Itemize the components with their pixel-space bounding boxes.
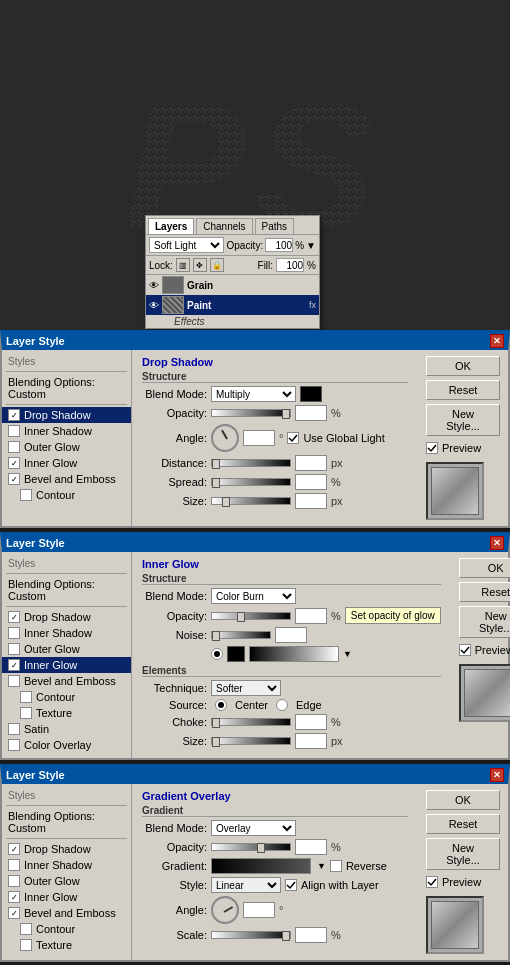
dialog1-spread-input[interactable]: 0 [295,474,327,490]
sidebar2-cb-drop-shadow[interactable] [8,611,20,623]
tab-layers[interactable]: Layers [148,218,194,234]
sidebar1-blending-options[interactable]: Blending Options: Custom [2,374,131,402]
dialog3-scale-slider[interactable] [211,931,291,939]
dialog1-distance-thumb[interactable] [212,459,220,469]
sidebar3-item-bevel-emboss[interactable]: Bevel and Emboss [2,905,131,921]
eye-icon-paint[interactable]: 👁 [149,300,159,311]
dialog2-blend-select[interactable]: Color Burn [211,588,296,604]
dialog2-choke-input[interactable]: 0 [295,714,327,730]
sidebar3-item-outer-glow[interactable]: Outer Glow [2,873,131,889]
sidebar2-item-color-overlay[interactable]: Color Overlay [2,737,131,753]
sidebar3-cb-inner-shadow[interactable] [8,859,20,871]
sidebar3-item-drop-shadow[interactable]: Drop Shadow [2,841,131,857]
sidebar2-blending-options[interactable]: Blending Options: Custom [2,576,131,604]
dialog1-opacity-slider[interactable] [211,409,291,417]
dialog2-new-style-btn[interactable]: New Style... [459,606,510,638]
layer-row-paint[interactable]: 👁 Paint fx [146,295,319,315]
dialog2-noise-slider[interactable] [211,631,271,639]
sidebar2-item-satin[interactable]: Satin [2,721,131,737]
tab-channels[interactable]: Channels [196,218,252,234]
dialog3-scale-input[interactable]: 100 [295,927,327,943]
dialog2-choke-thumb[interactable] [212,718,220,728]
opacity-input[interactable] [265,238,293,252]
lock-position-icon[interactable]: ✥ [193,258,207,272]
sidebar1-item-contour[interactable]: Contour [2,487,131,503]
dialog3-align-layer-cb[interactable] [285,879,297,891]
sidebar1-item-bevel-emboss[interactable]: Bevel and Emboss [2,471,131,487]
sidebar3-cb-texture[interactable] [20,939,32,951]
sidebar2-cb-inner-shadow[interactable] [8,627,20,639]
dialog2-edge-radio[interactable] [276,699,288,711]
sidebar3-cb-contour[interactable] [20,923,32,935]
dialog1-new-style-btn[interactable]: New Style... [426,404,500,436]
sidebar1-cb-drop-shadow[interactable] [8,409,20,421]
sidebar3-item-contour[interactable]: Contour [2,921,131,937]
dialog1-opacity-input[interactable]: 100 [295,405,327,421]
dialog3-blend-select[interactable]: Overlay [211,820,296,836]
layers-blend-select[interactable]: Soft Light [149,237,224,253]
sidebar2-cb-color-overlay[interactable] [8,739,20,751]
sidebar2-item-outer-glow[interactable]: Outer Glow [2,641,131,657]
sidebar1-cb-inner-glow[interactable] [8,457,20,469]
dialog1-opacity-thumb[interactable] [282,409,290,419]
sidebar1-cb-contour[interactable] [20,489,32,501]
sidebar1-item-outer-glow[interactable]: Outer Glow [2,439,131,455]
dialog2-gradient-arrow[interactable]: ▼ [343,649,352,659]
sidebar2-cb-inner-glow[interactable] [8,659,20,671]
dialog2-size-slider[interactable] [211,737,291,745]
sidebar3-cb-drop-shadow[interactable] [8,843,20,855]
sidebar3-cb-bevel-emboss[interactable] [8,907,20,919]
sidebar2-cb-satin[interactable] [8,723,20,735]
dialog1-angle-input[interactable]: 120 [243,430,275,446]
dialog1-size-slider[interactable] [211,497,291,505]
dialog3-preview-cb[interactable] [426,876,438,888]
sidebar3-item-inner-glow[interactable]: Inner Glow [2,889,131,905]
layers-scroll-btn[interactable]: ▼ [306,240,316,251]
dialog1-ok-btn[interactable]: OK [426,356,500,376]
dialog3-close-btn[interactable]: ✕ [490,768,504,782]
dialog2-choke-slider[interactable] [211,718,291,726]
sidebar2-item-contour[interactable]: Contour [2,689,131,705]
dialog2-color-swatch[interactable] [227,646,245,662]
sidebar2-item-texture[interactable]: Texture [2,705,131,721]
sidebar1-item-inner-glow[interactable]: Inner Glow [2,455,131,471]
sidebar2-item-inner-glow[interactable]: Inner Glow [2,657,131,673]
sidebar1-cb-bevel-emboss[interactable] [8,473,20,485]
dialog2-technique-select[interactable]: Softer [211,680,281,696]
dialog2-noise-thumb[interactable] [212,631,220,641]
dialog3-angle-input[interactable]: 90 [243,902,275,918]
dialog2-preview-cb[interactable] [459,644,471,656]
dialog2-opacity-thumb[interactable] [237,612,245,622]
sidebar2-cb-outer-glow[interactable] [8,643,20,655]
dialog1-reset-btn[interactable]: Reset [426,380,500,400]
sidebar1-cb-outer-glow[interactable] [8,441,20,453]
dialog2-reset-btn[interactable]: Reset [459,582,510,602]
tab-paths[interactable]: Paths [255,218,295,234]
dialog3-reset-btn[interactable]: Reset [426,814,500,834]
dialog2-size-input[interactable]: 1 [295,733,327,749]
dialog1-size-input[interactable]: 5 [295,493,327,509]
dialog1-angle-dial[interactable] [211,424,239,452]
sidebar1-item-drop-shadow[interactable]: Drop Shadow [2,407,131,423]
dialog3-new-style-btn[interactable]: New Style... [426,838,500,870]
dialog1-blend-select[interactable]: Multiply [211,386,296,402]
dialog2-close-btn[interactable]: ✕ [490,536,504,550]
dialog3-gradient-dropdown[interactable]: ▼ [317,861,326,871]
dialog1-distance-input[interactable]: 0 [295,455,327,471]
layer-row-grain[interactable]: 👁 Grain [146,275,319,295]
lock-pixels-icon[interactable]: ▥ [176,258,190,272]
sidebar3-item-texture[interactable]: Texture [2,937,131,953]
sidebar1-cb-inner-shadow[interactable] [8,425,20,437]
sidebar3-cb-outer-glow[interactable] [8,875,20,887]
dialog3-opacity-slider[interactable] [211,843,291,851]
dialog3-opacity-input[interactable]: 60 [295,839,327,855]
dialog1-color-swatch[interactable] [300,386,322,402]
fill-input[interactable] [276,258,304,272]
dialog2-gradient-swatch[interactable] [249,646,339,662]
dialog2-opacity-input[interactable]: 35 [295,608,327,624]
sidebar1-item-inner-shadow[interactable]: Inner Shadow [2,423,131,439]
dialog3-scale-thumb[interactable] [282,931,290,941]
dialog1-size-thumb[interactable] [222,497,230,507]
lock-all-icon[interactable]: 🔒 [210,258,224,272]
eye-icon-grain[interactable]: 👁 [149,280,159,291]
